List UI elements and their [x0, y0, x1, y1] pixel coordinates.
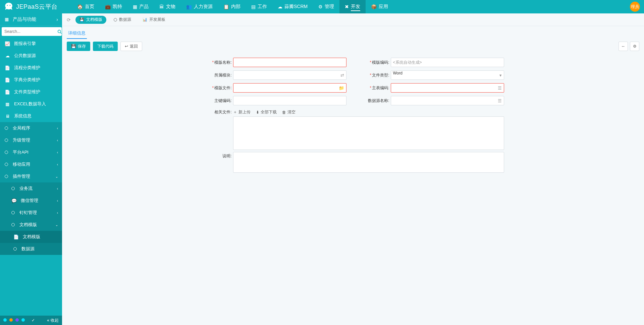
chevron-left-icon: ‹ — [57, 151, 58, 154]
status-dot-3[interactable] — [21, 318, 25, 322]
list-icon[interactable]: ☰ — [498, 86, 502, 91]
top-navbar: JEPaaS云平台 🏠首页💼凯特▦产品🏛文物👥人力资源📋内部▤工作☁蒜瓣SCRM… — [0, 0, 644, 13]
status-dot-2[interactable] — [15, 318, 19, 322]
tab-1[interactable]: 数据源 — [110, 16, 135, 24]
app-name: JEPaaS云平台 — [16, 3, 58, 11]
module-input[interactable] — [235, 71, 340, 79]
sidebar-item-15[interactable]: 文档模版⌄ — [0, 219, 62, 231]
sidebar-item-16[interactable]: 📄文档模版 — [0, 231, 62, 243]
field-main-table: *主表编码: ☰ — [360, 83, 504, 93]
sidebar-header[interactable]: ▦ 产品与功能 › — [0, 13, 62, 25]
users-icon: 👥 — [186, 4, 192, 9]
download-all-button[interactable]: ⬇ 全部下载 — [256, 109, 277, 115]
sidebar-item-11[interactable]: 插件管理⌄ — [0, 170, 62, 182]
topnav-item-3[interactable]: 🏛文物 — [154, 0, 181, 13]
sidebar-item-8[interactable]: 升级管理‹ — [0, 134, 62, 146]
sidebar-item-17[interactable]: 数据源 — [0, 243, 62, 255]
subtab-detail[interactable]: 详细信息 — [67, 28, 87, 39]
sidebar-item-1[interactable]: ☁公共数据源 — [0, 50, 62, 62]
tab-2[interactable]: 📊开发展板 — [139, 16, 169, 24]
sidebar-item-9[interactable]: 平台API‹ — [0, 146, 62, 158]
save-button[interactable]: 💾 保存 — [67, 42, 90, 51]
sidebar-item-5[interactable]: ▦EXCEL数据导入 — [0, 98, 62, 110]
clear-button[interactable]: 🗑 清空 — [282, 109, 296, 115]
list-icon[interactable]: ☰ — [498, 98, 502, 103]
expand-horizontal-button[interactable]: ↔ — [619, 42, 628, 51]
status-dot-0[interactable] — [3, 318, 7, 322]
app-logo[interactable]: JEPaaS云平台 — [0, 1, 72, 12]
file-type-select[interactable]: Word ▾ — [391, 70, 504, 80]
topnav-item-9[interactable]: ✖开发 — [339, 0, 366, 13]
user-avatar[interactable]: 理员 — [630, 2, 640, 12]
sidebar-item-6[interactable]: 🖥系统信息 — [0, 110, 62, 122]
sidebar-collapse[interactable]: « 收起 — [47, 318, 59, 323]
chevron-left-icon: ‹ — [57, 187, 58, 191]
status-dot-1[interactable] — [9, 318, 13, 322]
file-toolbar: ＋ 新上传 ⬇ 全部下载 🗑 清空 — [233, 108, 504, 116]
field-pk-code: 主键编码: — [202, 95, 346, 106]
sidebar-item-13[interactable]: 💬微信管理‹ — [0, 195, 62, 207]
dash-icon: 📊 — [143, 17, 147, 22]
wrench-icon: ✖ — [345, 4, 349, 9]
grid-icon: ▦ — [133, 4, 137, 9]
circle-icon — [11, 211, 15, 214]
topnav-item-1[interactable]: 💼凯特 — [100, 0, 127, 13]
datasource-name-input[interactable] — [393, 96, 498, 105]
sidebar-item-2[interactable]: 📄流程分类维护 — [0, 62, 62, 74]
pk-code-input[interactable] — [235, 96, 344, 105]
tab-0[interactable]: 💾文档模版 — [75, 16, 106, 24]
file-drop-area[interactable] — [233, 116, 504, 150]
search-input[interactable] — [2, 27, 57, 36]
circle-icon — [5, 175, 8, 178]
sidebar-item-7[interactable]: 全局程序‹ — [0, 122, 62, 134]
download-code-button[interactable]: 下载代码 — [93, 42, 118, 51]
topnav-item-4[interactable]: 👥人力资源 — [181, 0, 218, 13]
description-textarea[interactable] — [233, 152, 504, 173]
expand-icon: ↔ — [621, 44, 625, 49]
work-icon: ▤ — [251, 4, 256, 9]
sidebar-item-4[interactable]: 📄文件类型维护 — [0, 86, 62, 98]
main-table-input[interactable] — [393, 84, 498, 92]
topnav-item-2[interactable]: ▦产品 — [127, 0, 154, 13]
svg-point-0 — [7, 5, 8, 6]
sidebar-item-12[interactable]: 业务流‹ — [0, 182, 62, 195]
folder-icon[interactable]: 📁 — [339, 86, 344, 91]
gear-icon: ⚙ — [633, 44, 637, 49]
circle-icon — [5, 163, 8, 166]
sidebar-item-0[interactable]: 📈图报表引擎 — [0, 38, 62, 50]
sidebar-item-3[interactable]: 📄字典分类维护 — [0, 74, 62, 86]
chevron-left-icon: ‹ — [57, 139, 58, 142]
doc-icon: 📄 — [13, 234, 19, 239]
upload-button[interactable]: ＋ 新上传 — [233, 109, 251, 115]
cube-icon: 📦 — [371, 4, 377, 9]
template-name-input[interactable] — [235, 58, 344, 67]
chevron-down-icon: ▾ — [499, 73, 502, 78]
topnav-item-8[interactable]: ⚙管理 — [313, 0, 339, 13]
bank-icon: 🏛 — [159, 4, 164, 9]
back-button[interactable]: ↩ 返回 — [120, 42, 142, 51]
doc-icon: 📄 — [5, 65, 10, 70]
topnav-item-6[interactable]: ▤工作 — [246, 0, 272, 13]
field-related-files: 相关文件: ＋ 新上传 ⬇ 全部下载 🗑 — [202, 108, 504, 150]
settings-button[interactable]: ⚙ — [630, 42, 639, 51]
field-datasource-name: 数据源名称: ☰ — [360, 95, 504, 106]
topnav-item-7[interactable]: ☁蒜瓣SCRM — [272, 0, 313, 13]
back-icon: ↩ — [125, 44, 128, 49]
circle-icon — [114, 18, 117, 21]
sidebar-item-10[interactable]: 移动应用‹ — [0, 158, 62, 170]
sidebar-search — [0, 25, 62, 38]
main-area: ⟳ 💾文档模版数据源📊开发展板 详细信息 💾 保存 下载代码 ↩ 返回 ↔ — [62, 13, 644, 325]
search-button[interactable] — [57, 27, 62, 36]
topnav-item-5[interactable]: 📋内部 — [218, 0, 246, 13]
topnav-item-0[interactable]: 🏠首页 — [72, 0, 100, 13]
template-file-input[interactable] — [235, 84, 339, 92]
briefcase-icon: 💼 — [105, 4, 111, 9]
svg-point-2 — [58, 30, 61, 33]
file-icon: 📄 — [5, 90, 10, 95]
share-icon[interactable]: ⇄ — [340, 73, 344, 78]
refresh-icon[interactable]: ⟳ — [67, 17, 71, 22]
sidebar-item-14[interactable]: 钉钉管理‹ — [0, 207, 62, 219]
grid-icon: ▦ — [4, 17, 9, 22]
doc-icon: 📄 — [5, 77, 10, 83]
topnav-item-10[interactable]: 📦应用 — [366, 0, 393, 13]
